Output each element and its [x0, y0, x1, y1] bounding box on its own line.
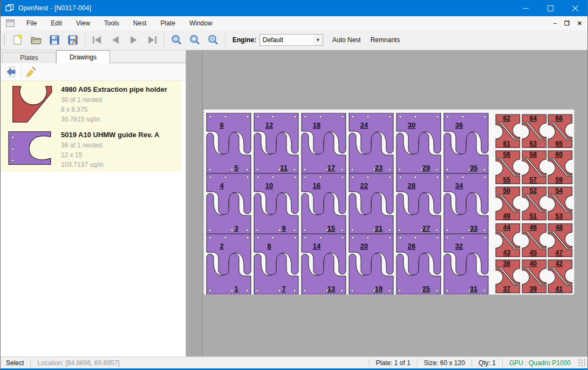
svg-text:21: 21 — [375, 224, 382, 232]
nested-pair-red[interactable]: 50 49 — [495, 185, 521, 221]
svg-text:14: 14 — [313, 242, 321, 250]
svg-text:43: 43 — [503, 249, 511, 257]
menu-nest[interactable]: Nest — [126, 17, 154, 30]
maximize-button[interactable] — [538, 0, 563, 16]
menu-edit[interactable]: Edit — [44, 17, 69, 30]
nested-pair-red[interactable]: 38 37 — [495, 258, 521, 294]
nested-pair-purple[interactable]: 18 17 — [300, 113, 347, 173]
menu-plate[interactable]: Plate — [154, 17, 182, 30]
nested-pair-red[interactable]: 46 45 — [521, 222, 548, 258]
tab-plates[interactable]: Plates — [2, 52, 56, 63]
nested-pair-red[interactable]: 44 43 — [495, 222, 521, 258]
tab-drawings[interactable]: Drawings — [56, 50, 110, 63]
menu-window[interactable]: Window — [182, 17, 220, 30]
go-last-button[interactable] — [143, 32, 161, 48]
zoom-fit-icon — [207, 34, 219, 46]
svg-text:56: 56 — [503, 151, 511, 158]
new-file-button[interactable] — [9, 32, 27, 48]
nested-pair-purple[interactable]: 4 3 — [205, 173, 252, 234]
svg-text:16: 16 — [313, 181, 320, 190]
go-next-icon — [128, 34, 140, 46]
svg-text:18: 18 — [313, 121, 320, 129]
nested-pair-red[interactable]: 42 41 — [547, 258, 573, 294]
back-arrow-button[interactable] — [4, 65, 19, 79]
mdi-child-icon[interactable] — [6, 19, 15, 27]
nested-pair-purple[interactable]: 16 15 — [300, 173, 347, 234]
zoom-out-button[interactable] — [167, 32, 186, 48]
panel-toolbar-separator — [21, 66, 22, 78]
chevron-down-icon[interactable]: ▼ — [313, 35, 323, 45]
plate-sheet[interactable]: 6 5 12 11 18 17 24 23 30 29 — [203, 109, 575, 295]
nested-pair-red[interactable]: 56 55 — [495, 149, 521, 185]
nested-pair-purple[interactable]: 34 33 — [442, 173, 490, 234]
nested-pair-purple[interactable]: 24 23 — [347, 113, 395, 173]
nested-pair-purple[interactable]: 10 9 — [252, 173, 300, 234]
nested-pair-purple[interactable]: 8 7 — [252, 234, 300, 294]
go-first-button[interactable] — [88, 32, 106, 48]
nested-pair-red[interactable]: 64 63 — [521, 113, 548, 149]
save-button[interactable] — [45, 32, 64, 48]
clean-broom-button[interactable] — [24, 65, 39, 79]
resize-grip[interactable] — [578, 359, 586, 367]
nested-pair-purple[interactable]: 26 25 — [395, 234, 442, 294]
svg-text:55: 55 — [503, 176, 511, 184]
nested-pair-purple[interactable]: 6 5 — [205, 113, 252, 173]
auto-nest-button[interactable]: Auto Nest — [327, 33, 366, 47]
mdi-restore-icon[interactable]: ❐ — [564, 21, 570, 26]
part-thumbnail-red — [5, 84, 54, 123]
drawing-title: 5019 A10 UHMW guide Rev. A — [61, 131, 159, 139]
menu-tools[interactable]: Tools — [97, 17, 126, 30]
go-next-button[interactable] — [125, 32, 143, 48]
nested-pair-purple[interactable]: 30 29 — [395, 113, 442, 173]
nested-pair-purple[interactable]: 28 27 — [395, 173, 442, 234]
status-plate: Plate: 1 of 1 — [369, 359, 417, 367]
go-previous-button[interactable] — [106, 32, 125, 48]
zoom-fit-button[interactable] — [204, 32, 222, 48]
close-button[interactable] — [563, 0, 587, 16]
nested-pair-purple[interactable]: 20 19 — [347, 234, 395, 294]
mdi-minimize-icon[interactable]: – — [553, 21, 557, 26]
nested-pair-purple[interactable]: 2 1 — [205, 234, 252, 294]
svg-text:8: 8 — [267, 242, 271, 250]
nested-pair-red[interactable]: 54 53 — [547, 185, 573, 221]
nest-canvas[interactable]: 6 5 12 11 18 17 24 23 30 29 — [202, 50, 587, 356]
nested-pair-purple[interactable]: 32 31 — [442, 234, 490, 294]
save-as-button[interactable] — [64, 32, 82, 48]
toolbar-separator — [164, 33, 165, 47]
zoom-in-icon — [189, 34, 201, 46]
nested-pair-red[interactable]: 52 51 — [521, 185, 548, 221]
svg-text:59: 59 — [556, 176, 563, 184]
remnants-button[interactable]: Remnants — [366, 33, 405, 47]
svg-text:3: 3 — [234, 224, 238, 232]
zoom-in-button[interactable] — [186, 32, 204, 48]
nested-pair-purple[interactable]: 14 13 — [300, 234, 347, 294]
nested-pair-purple[interactable]: 22 21 — [347, 173, 395, 234]
svg-text:48: 48 — [556, 224, 563, 231]
nested-pair-purple[interactable]: 12 11 — [252, 113, 300, 173]
nested-pair-red[interactable]: 66 65 — [547, 113, 573, 149]
nest-row: 6 5 12 11 18 17 24 23 30 29 — [205, 113, 490, 173]
menu-view[interactable]: View — [69, 17, 97, 30]
svg-text:60: 60 — [556, 151, 563, 158]
nested-pair-red[interactable]: 60 59 — [547, 149, 573, 185]
back-arrow-icon — [5, 66, 17, 78]
toolbar-grip[interactable] — [3, 33, 5, 46]
nested-pair-red[interactable]: 48 47 — [547, 222, 573, 258]
drawing-item[interactable]: 4980 A05 Extraction pipe holder 30 of 1 … — [1, 81, 181, 126]
engine-combobox[interactable]: Default ▼ — [259, 34, 323, 46]
nested-pair-purple[interactable]: 36 35 — [442, 113, 490, 173]
menu-file[interactable]: File — [19, 17, 44, 30]
svg-text:63: 63 — [529, 140, 537, 147]
toolbar-separator — [85, 33, 85, 47]
svg-text:50: 50 — [503, 187, 511, 194]
mdi-close-icon[interactable]: ✕ — [577, 21, 582, 26]
nested-pair-red[interactable]: 58 57 — [521, 149, 548, 185]
svg-text:23: 23 — [375, 164, 382, 172]
open-folder-button[interactable] — [27, 32, 45, 48]
drawing-area: 30.7815 sq/in — [61, 115, 167, 124]
nested-pair-red[interactable]: 62 61 — [495, 113, 521, 149]
minimize-button[interactable] — [513, 0, 538, 16]
menu-items: FileEditViewToolsNestPlateWindow — [19, 17, 220, 30]
drawing-item[interactable]: 5019 A10 UHMW guide Rev. A 36 of 1 neste… — [1, 126, 181, 172]
nested-pair-red[interactable]: 40 39 — [521, 258, 548, 294]
